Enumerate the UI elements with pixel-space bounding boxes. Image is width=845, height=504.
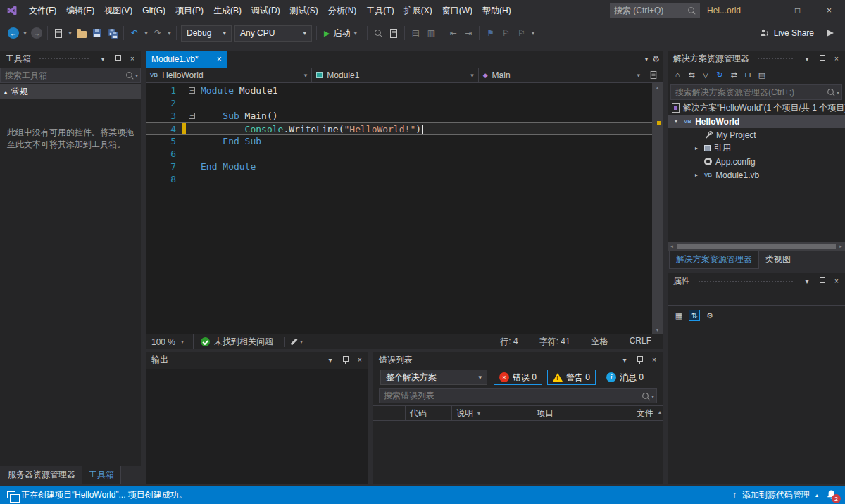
window-position-chevron-icon[interactable]: ▾ xyxy=(325,354,336,365)
new-file-button[interactable] xyxy=(51,25,65,42)
document-tab-module1[interactable]: Module1.vb* × xyxy=(146,51,227,68)
redo-button[interactable]: ↷ xyxy=(151,25,165,42)
toggle-bookmark-button[interactable]: ⚑ xyxy=(483,25,497,42)
menu-item-tools[interactable]: 工具(T) xyxy=(361,0,399,21)
increase-indent-button[interactable]: ⇥ xyxy=(461,25,475,42)
notifications-button[interactable]: 2 xyxy=(824,488,838,502)
show-all-files-icon[interactable]: ▤ xyxy=(756,69,768,80)
undo-button[interactable]: ↶ xyxy=(127,25,142,42)
quick-search-input[interactable] xyxy=(614,6,687,15)
window-position-chevron-icon[interactable]: ▾ xyxy=(801,275,813,286)
column-severity[interactable] xyxy=(373,406,406,420)
scroll-up-icon[interactable]: ▴ xyxy=(658,409,661,415)
scroll-right-icon[interactable]: ▸ xyxy=(837,244,845,249)
editor-settings-gear-icon[interactable]: ⚙ xyxy=(652,54,660,64)
column-project[interactable]: 项目 xyxy=(532,406,632,420)
output-content[interactable] xyxy=(146,369,368,484)
error-list-header[interactable]: 错误列表 ▾ × xyxy=(373,352,663,367)
caret-line-indicator[interactable]: 行: 4 xyxy=(500,336,518,348)
filter-icon[interactable]: ▽ xyxy=(700,69,711,80)
menu-item-window[interactable]: 窗口(W) xyxy=(437,0,477,21)
minimize-button[interactable]: — xyxy=(750,0,782,21)
add-to-source-control-button[interactable]: 添加到源代码管理 xyxy=(742,489,810,501)
error-scope-select[interactable]: 整个解决方案 ▾ xyxy=(380,370,487,385)
close-icon[interactable]: × xyxy=(354,354,365,365)
line-ending-indicator[interactable]: CRLF xyxy=(630,336,651,348)
navigate-forward-button[interactable]: → xyxy=(30,25,44,42)
decrease-indent-button[interactable]: ⇤ xyxy=(446,25,460,42)
scroll-up-icon[interactable]: ▴ xyxy=(652,83,663,92)
redo-chevron-icon[interactable]: ▾ xyxy=(166,25,173,42)
maximize-button[interactable]: □ xyxy=(782,0,813,21)
solution-platform-select[interactable]: Any CPU ▾ xyxy=(234,25,312,42)
navigate-back-chevron-icon[interactable]: ▾ xyxy=(22,25,28,42)
collapse-region-icon[interactable] xyxy=(189,87,195,94)
close-icon[interactable]: × xyxy=(831,275,842,286)
scrollbar-thumb[interactable] xyxy=(677,244,836,249)
menu-item-debug[interactable]: 调试(D) xyxy=(246,0,285,21)
send-feedback-button[interactable] xyxy=(823,25,837,42)
zoom-select[interactable]: 100 % ▾ xyxy=(146,334,194,349)
collapse-all-icon[interactable]: ⊟ xyxy=(742,69,753,80)
solution-horizontal-scrollbar[interactable]: ◂ ▸ xyxy=(668,242,845,251)
expand-chevron-icon[interactable]: ▾ xyxy=(672,118,680,125)
tab-server-explorer[interactable]: 服务器资源管理器 xyxy=(1,466,82,484)
column-description[interactable]: 说明▾ xyxy=(452,406,532,420)
save-button[interactable] xyxy=(90,25,104,42)
pin-icon[interactable] xyxy=(816,275,827,286)
chevron-down-icon[interactable]: ▾ xyxy=(300,339,306,345)
chevron-down-icon[interactable]: ▾ xyxy=(135,73,138,79)
pin-icon[interactable] xyxy=(816,53,827,64)
new-file-chevron-icon[interactable]: ▾ xyxy=(67,25,73,42)
menu-item-analyze[interactable]: 分析(N) xyxy=(323,0,362,21)
tree-item-project-helloworld[interactable]: ▾ VB HelloWorld xyxy=(668,115,845,128)
window-position-chevron-icon[interactable]: ▾ xyxy=(619,354,630,365)
chevron-up-icon[interactable]: ▴ xyxy=(815,492,818,498)
find-in-files-button[interactable] xyxy=(371,25,385,42)
pencil-icon[interactable] xyxy=(289,338,297,346)
navigate-back-button[interactable]: ← xyxy=(6,25,20,42)
spaces-indicator[interactable]: 空格 xyxy=(592,336,608,348)
pin-icon[interactable] xyxy=(339,354,351,365)
chevron-down-icon[interactable]: ▾ xyxy=(651,393,654,400)
tree-item-my-project[interactable]: My Project xyxy=(668,128,845,141)
switch-views-icon[interactable]: ⇆ xyxy=(686,69,697,80)
errors-filter-button[interactable]: × 错误 0 xyxy=(494,370,542,385)
expand-chevron-icon[interactable]: ▸ xyxy=(692,145,701,151)
toolbox-header[interactable]: 工具箱 ▾ × xyxy=(0,51,141,66)
collapse-region-icon[interactable] xyxy=(189,113,195,119)
column-code[interactable]: 代码 xyxy=(406,406,452,420)
split-editor-icon[interactable] xyxy=(644,68,663,82)
code-editor[interactable]: 1Module Module1 2 3 Sub Main() 4 Console… xyxy=(146,83,652,334)
undo-chevron-icon[interactable]: ▾ xyxy=(143,25,149,42)
menu-item-view[interactable]: 视图(V) xyxy=(99,0,137,21)
menu-item-edit[interactable]: 编辑(E) xyxy=(61,0,99,21)
open-file-button[interactable] xyxy=(75,25,89,42)
pin-icon[interactable] xyxy=(112,53,123,64)
comment-button[interactable]: ▤ xyxy=(408,25,423,42)
toolbox-search-input[interactable] xyxy=(0,68,141,83)
tab-solution-explorer[interactable]: 解决方案资源管理器 xyxy=(669,251,759,269)
scroll-left-icon[interactable]: ◂ xyxy=(668,244,676,249)
pin-icon[interactable] xyxy=(204,53,212,65)
menu-item-extensions[interactable]: 扩展(X) xyxy=(399,0,437,21)
editor-vertical-scrollbar[interactable]: ▴ ▾ xyxy=(652,83,663,334)
navbar-type-dropdown[interactable]: Module1 ▾ xyxy=(312,68,478,82)
caret-char-indicator[interactable]: 字符: 41 xyxy=(539,336,570,348)
tree-item-references[interactable]: ▸ 引用 xyxy=(668,141,845,155)
categorized-view-icon[interactable]: ▦ xyxy=(673,310,684,321)
error-list-search-input[interactable] xyxy=(379,388,657,403)
property-pages-icon[interactable]: ⚙ xyxy=(704,310,715,321)
menu-item-build[interactable]: 生成(B) xyxy=(208,0,246,21)
chevron-down-icon[interactable]: ▾ xyxy=(837,89,839,96)
close-icon[interactable]: × xyxy=(649,354,660,365)
toolbox-section-general[interactable]: ▴ 常规 xyxy=(0,84,141,99)
output-header[interactable]: 输出 ▾ × xyxy=(146,352,368,367)
properties-object-field[interactable] xyxy=(668,289,845,305)
live-share-button[interactable]: Live Share xyxy=(760,28,814,38)
close-icon[interactable]: × xyxy=(831,53,842,64)
solution-search-input[interactable] xyxy=(670,84,842,100)
close-button[interactable]: × xyxy=(813,0,845,21)
menu-item-git[interactable]: Git(G) xyxy=(137,0,170,21)
scroll-down-icon[interactable]: ▾ xyxy=(652,325,663,334)
